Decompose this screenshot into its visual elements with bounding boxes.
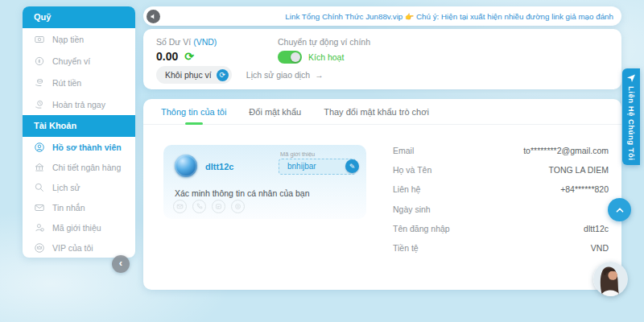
sidebar-item-label: Rút tiền xyxy=(52,78,81,88)
contact-us-tab[interactable]: Liên Hệ Chúng Tôi xyxy=(622,68,640,165)
verify-icons-row xyxy=(173,200,245,213)
sidebar-collapse-button[interactable]: ‹ xyxy=(112,255,130,273)
announcement-marquee[interactable]: Link Tổng Chính Thức Jun88v.vip 👉 Chú ý:… xyxy=(285,12,613,21)
contact-us-label: Liên Hệ Chúng Tôi xyxy=(627,86,636,160)
detail-row-currency: Tiền tệ VND xyxy=(393,238,609,258)
verify-info-title: Xác minh thông tin cá nhân của bạn xyxy=(175,188,310,198)
announcement-notice: Chú ý: Hiện tại xuất hiện nhiều đường li… xyxy=(416,12,613,21)
profile-main-card: Thông tin của tôi Đổi mật khẩu Thay đổi … xyxy=(143,99,621,290)
toggle-status-label: Kích hoạt xyxy=(308,52,344,62)
history-icon xyxy=(34,182,45,193)
bank-icon xyxy=(34,162,45,173)
sidebar-item-deposit[interactable]: Nạp tiền xyxy=(23,28,135,50)
sidebar-item-withdraw[interactable]: Rút tiền xyxy=(23,72,135,93)
restore-wallet-icon: ⟳ xyxy=(217,69,229,81)
referral-code-input[interactable]: bnhijbar xyxy=(279,159,356,175)
auto-transfer-toggle[interactable] xyxy=(278,51,302,64)
sidebar-item-label: Hoàn trả ngay xyxy=(52,100,105,109)
sidebar-section-account: Tài Khoản xyxy=(23,115,135,137)
restore-wallet-button[interactable]: Khôi phục ví ⟳ xyxy=(156,66,232,84)
username: dltt12c xyxy=(205,162,233,171)
pointer-emoji: 👉 xyxy=(405,13,414,21)
deposit-icon xyxy=(34,34,45,45)
detail-label: Tiền tệ xyxy=(393,243,419,253)
auto-transfer-label: Chuyển tự động ví chính xyxy=(278,37,370,47)
phone-icon[interactable] xyxy=(192,200,206,213)
detail-label: Liên hệ xyxy=(393,184,420,194)
detail-value: TONG LA DIEM xyxy=(549,165,609,175)
scroll-to-top-button[interactable] xyxy=(608,198,631,221)
account-details-list: Email to********2@gmail.com Họ và Tên TO… xyxy=(393,141,609,258)
detail-label: Email xyxy=(393,146,414,155)
detail-row-login-name: Tên đăng nhập dltt12c xyxy=(393,219,609,238)
profile-summary-panel: dltt12c Mã giới thiệu bnhijbar ✎ Xác min… xyxy=(163,145,366,219)
sidebar-item-member-profile[interactable]: Hồ sơ thành viên xyxy=(23,137,135,157)
announcement-bar: Link Tổng Chính Thức Jun88v.vip 👉 Chú ý:… xyxy=(143,6,621,26)
avatar xyxy=(175,155,197,177)
detail-value: +84******820 xyxy=(560,184,609,194)
transaction-history-link[interactable]: Lịch sử giao dịch → xyxy=(246,70,324,80)
sidebar-item-label: Tin nhắn xyxy=(52,203,85,213)
support-agent-photo xyxy=(593,262,628,296)
balance-value: 0.00 xyxy=(156,50,178,63)
sidebar-item-label: VIP của tôi xyxy=(52,243,93,253)
detail-row-email: Email to********2@gmail.com xyxy=(393,141,609,160)
sidebar-item-label: Lịch sử xyxy=(52,183,80,192)
restore-wallet-label: Khôi phục ví xyxy=(165,70,212,80)
camera-icon[interactable] xyxy=(231,200,245,213)
tab-change-game-password[interactable]: Thay đổi mật khẩu trò chơi xyxy=(324,99,429,125)
sidebar-item-bank-details[interactable]: Chi tiết ngân hàng xyxy=(23,157,135,177)
detail-row-birthdate: Ngày sinh xyxy=(393,200,609,219)
vip-icon xyxy=(34,242,45,254)
sidebar-item-label: Chi tiết ngân hàng xyxy=(52,163,121,172)
sidebar-item-messages[interactable]: Tin nhắn xyxy=(23,197,135,217)
arrow-right-icon: → xyxy=(315,70,324,80)
rebate-icon xyxy=(34,99,45,110)
official-link[interactable]: Link Tổng Chính Thức Jun88v.vip xyxy=(285,12,402,21)
detail-label: Họ và Tên xyxy=(393,165,431,175)
support-agent-avatar[interactable] xyxy=(593,262,628,296)
detail-label: Ngày sinh xyxy=(393,204,431,214)
sidebar-item-rebate[interactable]: Hoàn trả ngay xyxy=(23,93,135,115)
sidebar-item-label: Chuyển ví xyxy=(52,56,90,66)
sidebar-item-label: Hồ sơ thành viên xyxy=(52,142,122,152)
tab-my-info[interactable]: Thông tin của tôi xyxy=(161,99,226,125)
sidebar-item-label: Mã giới thiệu xyxy=(52,223,101,233)
mail-icon[interactable] xyxy=(173,200,187,213)
profile-tabs: Thông tin của tôi Đổi mật khẩu Thay đổi … xyxy=(143,99,621,125)
sidebar-item-referral-code[interactable]: Mã giới thiệu xyxy=(23,217,135,237)
balance-label: Số Dư Ví (VND) xyxy=(156,37,609,47)
detail-value: VND xyxy=(591,243,609,253)
transaction-history-label: Lịch sử giao dịch xyxy=(246,70,310,80)
detail-value: to********2@gmail.com xyxy=(523,146,609,155)
withdraw-icon xyxy=(34,77,45,89)
detail-row-fullname: Họ và Tên TONG LA DIEM xyxy=(393,160,609,180)
paper-plane-icon xyxy=(626,73,636,83)
currency-label: (VND) xyxy=(193,37,217,47)
detail-label: Tên đăng nhập xyxy=(393,224,450,233)
referral-icon xyxy=(34,222,45,233)
referral-code-label: Mã giới thiệu xyxy=(280,151,315,158)
tab-change-password[interactable]: Đổi mật khẩu xyxy=(249,99,301,125)
message-icon xyxy=(34,202,45,213)
toggle-knob xyxy=(291,52,300,62)
sidebar-item-history[interactable]: Lịch sử xyxy=(23,177,135,197)
sidebar-section-funds: Quỹ xyxy=(23,6,135,28)
sidebar: Quỹ Nạp tiền Chuyển ví Rút tiền Hoàn trả… xyxy=(23,6,135,258)
speaker-icon xyxy=(147,10,160,23)
detail-value: dltt12c xyxy=(584,224,609,233)
id-card-icon[interactable] xyxy=(212,200,225,213)
detail-row-contact: Liên hệ +84******820 xyxy=(393,180,609,199)
sidebar-item-transfer-wallet[interactable]: Chuyển ví xyxy=(23,50,135,72)
refresh-balance-icon[interactable]: ⟳ xyxy=(184,51,194,62)
wallet-card: Số Dư Ví (VND) 0.00 ⟳ Chuyển tự động ví … xyxy=(143,29,621,89)
referral-edit-button[interactable]: ✎ xyxy=(345,159,359,173)
chevron-up-icon xyxy=(614,204,625,216)
wallet-transfer-icon xyxy=(34,56,45,67)
member-profile-icon xyxy=(34,142,45,153)
sidebar-item-label: Nạp tiền xyxy=(52,35,84,44)
